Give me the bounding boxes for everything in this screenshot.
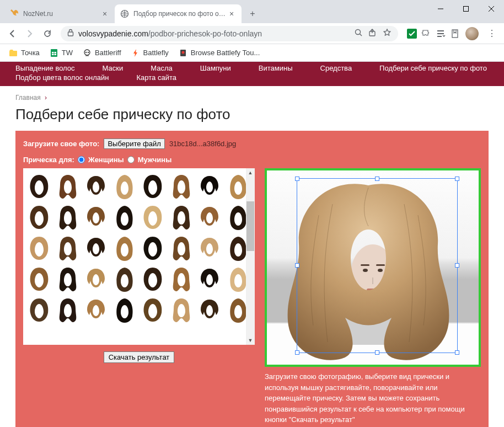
hair-thumbnail[interactable] — [140, 233, 165, 263]
hair-thumbnail[interactable] — [83, 172, 109, 201]
resize-handle[interactable] — [295, 350, 299, 355]
svg-point-17 — [85, 51, 87, 52]
hair-thumbnail[interactable] — [112, 202, 137, 232]
hair-thumbnail[interactable] — [169, 264, 194, 294]
hair-thumbnail[interactable] — [26, 172, 52, 201]
hair-thumbnail[interactable] — [83, 264, 109, 294]
hair-thumbnail[interactable] — [112, 295, 137, 325]
svg-point-18 — [88, 51, 89, 52]
hair-thumbnail[interactable] — [55, 233, 81, 263]
nav-link[interactable]: Выпадение волос — [15, 64, 75, 72]
bookmark-tw[interactable]: TW — [46, 46, 76, 60]
address-bar[interactable]: volosvypadenie.com/podbor-prichesok-po-f… — [61, 26, 398, 41]
puzzle-extension-icon[interactable] — [421, 29, 431, 39]
tab-hairstyle[interactable]: Подбор причесок по фото онла × — [115, 4, 242, 23]
hair-thumbnail[interactable] — [169, 295, 194, 325]
svg-point-6 — [356, 29, 361, 34]
new-tab-button[interactable]: + — [245, 6, 260, 22]
hair-thumbnail[interactable] — [83, 233, 109, 263]
hair-thumbnail[interactable] — [169, 233, 194, 263]
choose-file-button[interactable]: Выберите файл — [104, 138, 164, 149]
resize-handle[interactable] — [455, 350, 459, 355]
hair-thumbnail[interactable] — [112, 233, 137, 263]
resize-handle[interactable] — [295, 263, 299, 268]
scrollbar[interactable]: ▲ ▼ — [246, 168, 255, 345]
bookmark-tochka[interactable]: Точка — [6, 46, 43, 60]
bookmark-label: Battlefly — [143, 49, 169, 57]
hair-thumbnail[interactable] — [83, 202, 109, 232]
nav-link[interactable]: Подбери себе прическу по фото — [379, 64, 487, 72]
forward-button[interactable] — [22, 26, 37, 41]
nav-link[interactable]: Подбор цвета волос онлайн — [15, 73, 109, 82]
hair-thumbnail[interactable] — [140, 264, 165, 294]
label-women[interactable]: Женщины — [88, 156, 124, 164]
hair-thumbnail[interactable] — [197, 202, 222, 232]
resize-handle[interactable] — [375, 177, 379, 181]
hair-thumbnail[interactable] — [83, 295, 109, 325]
hair-thumbnail[interactable] — [140, 295, 165, 325]
profile-avatar[interactable] — [465, 27, 479, 40]
radio-men[interactable] — [127, 156, 135, 163]
bookmark-battlefy-tour[interactable]: Browse Battlefy Tou... — [175, 46, 264, 60]
bookmark-label: Browse Battlefy Tou... — [191, 49, 260, 57]
hair-thumbnail[interactable] — [112, 264, 137, 294]
hair-thumbnail[interactable] — [169, 202, 194, 232]
hair-thumbnail[interactable] — [55, 295, 81, 325]
back-button[interactable] — [4, 26, 20, 41]
download-button[interactable]: Скачать результат — [104, 351, 175, 363]
resize-handle[interactable] — [375, 350, 379, 355]
bookmark-label: Точка — [21, 49, 40, 57]
scroll-thumb[interactable] — [246, 201, 254, 251]
tab-noznet[interactable]: NozNet.ru × — [4, 4, 115, 23]
share-icon[interactable] — [368, 28, 377, 39]
maximize-button[interactable] — [453, 0, 479, 18]
minimize-button[interactable] — [428, 0, 453, 18]
hair-thumbnail[interactable] — [26, 233, 52, 263]
check-extension-icon[interactable] — [407, 29, 417, 39]
nav-link[interactable]: Средства — [320, 64, 352, 72]
nav-link[interactable]: Шампуни — [200, 64, 231, 72]
close-window-button[interactable] — [479, 0, 504, 18]
hair-thumbnail[interactable] — [140, 172, 165, 201]
resize-handle[interactable] — [295, 177, 299, 181]
preview-canvas[interactable] — [267, 170, 479, 365]
reload-button[interactable] — [40, 26, 55, 41]
star-icon[interactable] — [383, 28, 392, 39]
scroll-up-icon[interactable]: ▲ — [246, 168, 255, 177]
hair-thumbnail[interactable] — [197, 264, 222, 294]
svg-line-7 — [360, 34, 362, 36]
hair-thumbnail[interactable] — [197, 172, 222, 201]
list-extension-icon[interactable] — [436, 29, 446, 39]
hair-thumbnail[interactable] — [55, 172, 81, 201]
hair-thumbnail[interactable] — [197, 295, 222, 325]
hair-thumbnail[interactable] — [55, 202, 81, 232]
nav-link[interactable]: Витамины — [259, 64, 293, 72]
radio-women[interactable] — [78, 156, 85, 163]
bookmark-battlefly[interactable]: Battlefly — [128, 46, 172, 60]
hair-thumbnail[interactable] — [55, 264, 81, 294]
hair-thumbnail[interactable] — [26, 202, 52, 232]
hair-thumbnail[interactable] — [169, 172, 194, 201]
zoom-icon[interactable] — [354, 28, 363, 39]
resize-handle[interactable] — [455, 263, 459, 268]
label-men[interactable]: Мужчины — [138, 156, 172, 164]
site-nav: Выпадение волос Маски Масла Шампуни Вита… — [0, 62, 504, 86]
breadcrumb-home[interactable]: Главная — [15, 94, 41, 102]
hair-thumbnail[interactable] — [26, 264, 52, 294]
selection-box[interactable] — [297, 178, 458, 353]
nav-link[interactable]: Карта сайта — [137, 73, 176, 82]
hair-thumbnail[interactable] — [197, 233, 222, 263]
resize-handle[interactable] — [455, 177, 459, 181]
scroll-down-icon[interactable]: ▼ — [246, 336, 255, 345]
hair-thumbnail[interactable] — [140, 202, 165, 232]
hair-thumbnail[interactable] — [26, 295, 52, 325]
close-icon[interactable]: × — [227, 9, 236, 18]
menu-button[interactable]: ⋮ — [484, 28, 500, 39]
hair-thumbnail[interactable] — [112, 172, 137, 201]
breadcrumb: Главная › — [0, 86, 504, 103]
bookmark-extension-icon[interactable] — [450, 29, 460, 39]
bookmark-battleriff[interactable]: Battleriff — [79, 46, 124, 60]
close-icon[interactable]: × — [100, 9, 109, 18]
nav-link[interactable]: Маски — [103, 64, 124, 72]
nav-link[interactable]: Масла — [151, 64, 173, 72]
